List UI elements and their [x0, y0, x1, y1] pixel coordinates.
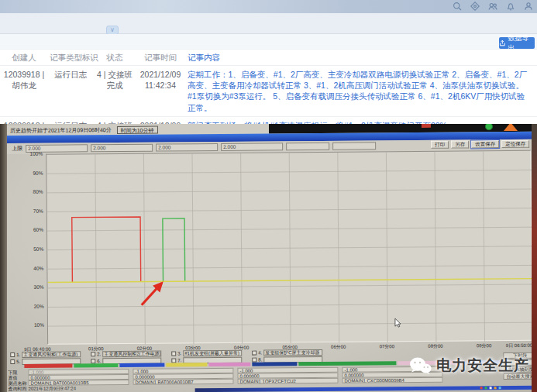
series-green-pulse: [163, 218, 185, 281]
y-axis-tick: 60%: [22, 227, 43, 232]
topbar-icon-group: [453, 2, 533, 11]
table-row[interactable]: 12039918 | 胡伟龙 运行日志 4 | 交接班完成 2021/12/09…: [0, 66, 537, 117]
trend-color-segment: [119, 363, 164, 367]
x-axis-tick: 09分00: [477, 342, 491, 349]
cell-status: 4 | 交接班完成: [93, 66, 136, 116]
app-window: ∨ 数据导出 创建人 记事类型标识 状态 记事时间 记事内容 12039918 …: [0, 0, 537, 392]
legend-label: 主变通风控制柜2(工作电源): [102, 350, 161, 357]
toolbar-row: [0, 34, 537, 49]
upper-limit-field: 2.000: [156, 143, 218, 152]
y-axis-tick: 40%: [22, 265, 43, 270]
alarm-triangle-icon: [504, 124, 518, 131]
legend-num: 7.: [177, 358, 181, 363]
trend-chart: [46, 151, 533, 346]
upper-limit-field: 2.000: [221, 143, 283, 151]
checkbox-icon: [10, 359, 15, 364]
cell-record-time: 2021/12/09 11:42:34: [136, 66, 184, 116]
query-time-label: 查询时间: [9, 386, 27, 392]
legend-num: 5.: [16, 359, 20, 363]
y-axis-tick: 50%: [22, 246, 43, 252]
checkbox-icon: [91, 352, 95, 356]
y-axis-tick: 80%: [22, 189, 43, 194]
trend-window: 历史趋势开始于2021年12月09日06时40分 时间为10分钟 上限 2.00…: [0, 124, 537, 392]
checkbox-icon: [171, 351, 176, 356]
header-area: [0, 13, 537, 34]
x-axis-tick: 06分00: [331, 344, 346, 351]
close-box-icon: [422, 124, 431, 128]
header-creator: 创建人: [0, 52, 48, 63]
y-axis-tick: 10%: [22, 322, 44, 328]
monitor-bezel-left: [0, 124, 7, 392]
x-axis-tick: 9日 06:50:00: [506, 342, 532, 349]
taskbar-icon: [485, 387, 487, 389]
table-header-row: 创建人 记事类型标识 状态 记事时间 记事内容: [0, 49, 537, 66]
annotation-arrow: [130, 273, 177, 312]
trend-color-segment: [398, 360, 464, 365]
trend-color-segment: [74, 363, 118, 367]
checkbox-icon: [252, 350, 256, 355]
contacts-icon[interactable]: [488, 2, 497, 11]
upper-limit-field: 2.000: [91, 144, 153, 153]
y-axis-tick: 30%: [22, 284, 44, 290]
cell-record-content: 定期工作：1、启备变、#1、2厂高变、主变冷却器双路电源切换试验正常 2、启备变…: [184, 66, 537, 116]
query-time-value: 2021年12月9日9:47:24: [29, 385, 76, 392]
monitor-bezel-right: [532, 124, 537, 392]
top-navigation-bar: [0, 0, 537, 13]
save-position-button: 定位保存: [501, 140, 529, 148]
trend-title: 历史趋势开始于2021年12月09日06时40分: [10, 126, 112, 135]
y-axis-tick: 70%: [22, 208, 43, 214]
trend-plot-area: [46, 150, 532, 345]
trend-duration-box: 时间为10分钟: [117, 126, 158, 133]
header-status: 状态: [93, 52, 136, 63]
export-icon: [499, 40, 506, 46]
scan-badge-icon[interactable]: [470, 2, 480, 11]
header-record-content: 记事内容: [184, 52, 537, 63]
data-export-button[interactable]: 数据导出: [499, 37, 535, 49]
print-button: 打印: [431, 141, 449, 149]
x-axis-tick: 08分00: [428, 343, 442, 350]
x-axis-tick: 07分00: [380, 343, 394, 350]
upper-limit-field-empty: [286, 143, 329, 150]
save-settings-button: 设置保存: [471, 140, 499, 148]
y-axis-tick: 100%: [21, 151, 43, 156]
search-icon[interactable]: [453, 2, 462, 11]
taskbar-icon: [499, 387, 501, 389]
cell-record-type: 运行日志: [48, 66, 93, 116]
y-axis-tick: 90%: [21, 170, 43, 175]
trend-color-segment: [208, 363, 250, 366]
trend-color-segment: [298, 361, 396, 366]
cell-creator: 12039918 | 胡伟龙: [0, 66, 48, 116]
trend-color-segment: [24, 363, 72, 367]
user-icon[interactable]: [524, 2, 533, 11]
checkbox-icon: [171, 358, 176, 363]
y-axis-tick: 20%: [22, 304, 44, 309]
legend-num: 2.: [97, 352, 101, 356]
chevron-down-icon: ∨: [110, 26, 115, 33]
taskbar-icon: [480, 387, 483, 389]
header-record-type: 记事类型标识: [48, 52, 93, 63]
notification-bell-icon[interactable]: [506, 2, 515, 11]
checkbox-icon: [10, 352, 15, 357]
upper-limit-field-empty: [332, 142, 376, 150]
trend-toolbar: 打印 另存 设置保存 定位保存: [431, 140, 529, 149]
legend-num: 1.: [16, 352, 20, 356]
checkbox-icon: [91, 359, 95, 363]
taskbar-icon: [490, 387, 492, 389]
taskbar-icon: [494, 387, 497, 389]
legend-num: 6.: [97, 359, 101, 363]
header-record-time: 记事时间: [136, 52, 184, 63]
legend-label: #1机发变组(屏蔽入量异常): [183, 349, 242, 356]
legend-label: 发变组保护C屏主变冷却器: [263, 349, 322, 356]
mouse-cursor-icon: [394, 318, 401, 328]
trend-color-segment: [166, 363, 207, 366]
checkbox-icon: [252, 357, 256, 362]
save-as-button: 另存: [451, 140, 469, 148]
legend-num: 4.: [258, 350, 262, 355]
attached-photo-trend-screen[interactable]: 历史趋势开始于2021年12月09日06时40分 时间为10分钟 上限 2.00…: [0, 124, 537, 392]
legend-num: 8.: [258, 357, 262, 362]
trend-color-segment: [252, 362, 297, 366]
legend-num: 3.: [177, 351, 181, 356]
legend-label: 主变通风控制柜(工作电源): [22, 351, 81, 358]
